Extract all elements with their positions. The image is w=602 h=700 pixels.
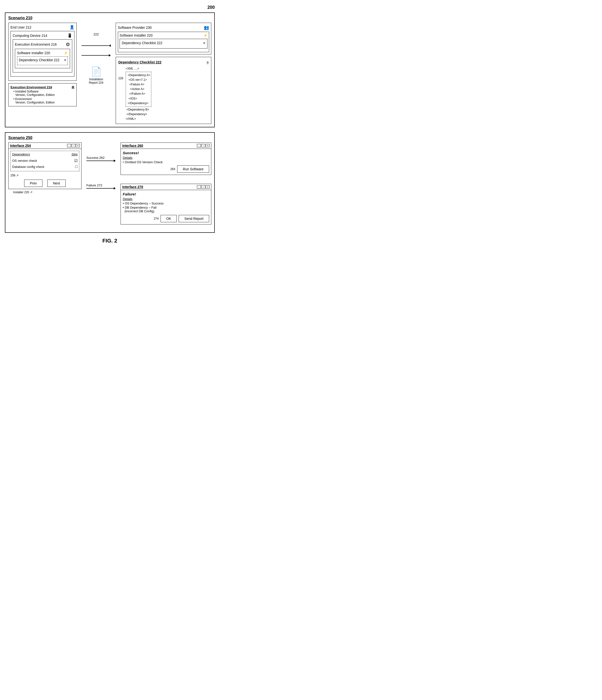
s250-right-inner: Interface 260 _ □ ✕ Success! Details • O…: [121, 143, 211, 229]
dep-table-header: Dependency Skip: [12, 152, 78, 156]
install-report-section: 📄 InstallationReport 224: [89, 66, 103, 84]
dep-a-close: </Dependency>: [127, 101, 150, 106]
arrow-right-section: [81, 54, 111, 57]
exec-env-box: Execution Environment 216 Software Insta…: [13, 39, 72, 72]
list-icon-right: ≡: [203, 41, 205, 45]
win-max-btn[interactable]: □: [72, 144, 75, 147]
scenario-250-box: Scenario 250 Interface 254 _ □ ✕: [5, 132, 215, 233]
exec-bullet-2: • Environment: [14, 97, 74, 101]
s210-middle-section: 222 📄 Insta: [81, 23, 111, 84]
ref-264-label: 264: [170, 167, 175, 171]
device-icon: [67, 33, 72, 38]
details-label-270: Details: [123, 197, 209, 201]
software-provider-label: Software Provider 230: [118, 26, 152, 29]
install-report-label: InstallationReport 224: [89, 78, 103, 84]
win-270-max[interactable]: □: [201, 185, 205, 189]
success-arrow-shaft: [86, 160, 114, 161]
details-item-260-1: • Omitted OS Version Check: [123, 160, 209, 164]
failure-arrow-tip: [114, 187, 116, 190]
success-arrow-tip: [114, 159, 116, 162]
dep-col-header: Dependency: [12, 152, 30, 156]
dep-row-1-checkbox[interactable]: [74, 158, 78, 163]
s250-left-section: Interface 254 _ □ ✕ Dependency Skip: [8, 143, 81, 194]
interface-254-body: Dependency Skip OS version check Databas…: [8, 149, 81, 189]
dep-b-close: </Dependency>: [126, 112, 151, 117]
interface-254-title: Interface 254: [10, 144, 31, 148]
interface-260-titlebar: Interface 260 _ □ ✕: [121, 143, 211, 149]
failure-label: Failure 272: [86, 183, 116, 187]
failure-a-line: <Failure A>: [127, 82, 150, 87]
dep-row-1-label: OS version check: [12, 159, 37, 162]
failure-arrow-section: Failure 272: [86, 183, 116, 190]
interface-254-btn-row: Prev Next: [10, 180, 79, 187]
interface-254-box: Interface 254 _ □ ✕ Dependency Skip: [8, 143, 81, 189]
list-icon-detail: ≡: [207, 59, 209, 65]
end-user-section: End User 212 Computing Device 214 Execut…: [8, 23, 77, 106]
software-provider-box: Software Provider 230 Software Installer…: [116, 23, 211, 54]
software-installer-right-box: Software Installer 220 ⚡ Dependency Chec…: [118, 32, 209, 52]
send-report-button[interactable]: Send Report: [179, 215, 209, 222]
dep-row-2-checkbox[interactable]: [75, 165, 78, 169]
success-status: Success!: [123, 151, 209, 155]
dep-row-1: OS version check: [12, 158, 78, 164]
exec-env-info-title: Execution Environment 216: [10, 85, 52, 89]
details-item-270-1: • OS Dependency – Success: [123, 202, 209, 205]
list-icon-left: ≡: [64, 58, 66, 62]
ref-274-label: 274: [154, 217, 159, 220]
doc-icon: 📄: [89, 66, 103, 77]
user-icon: [70, 25, 74, 29]
next-button[interactable]: Next: [47, 180, 66, 187]
action-a-line: <Action A>: [127, 87, 150, 92]
ref-226-label: 226: [118, 66, 123, 121]
interface-270-titlebar: Interface 270 _ □ ✕: [121, 184, 211, 190]
arrow-tip-left: [109, 44, 111, 47]
ref-222-label: 222: [94, 32, 99, 36]
interface-260-body: Success! Details • Omitted OS Version Ch…: [121, 149, 211, 175]
dep-a-line: <Dependency A>: [127, 73, 150, 78]
end-user-label: End User 212: [10, 25, 31, 29]
computing-device-label: Computing Device 214: [13, 34, 47, 38]
os-line: <OS ver=7.1>: [127, 78, 150, 82]
scenario-210-box: Scenario 210 End User 212 Computing Devi…: [5, 12, 215, 127]
s250-right-section: Interface 260 _ □ ✕ Success! Details • O…: [121, 143, 211, 229]
failure-status: Failure!: [123, 192, 209, 196]
interface-254-titlebar: Interface 254 _ □ ✕: [8, 143, 81, 149]
success-arrow: [86, 159, 116, 162]
win-270-min[interactable]: _: [197, 185, 201, 189]
s250-middle-section: Success 262 Failure 272: [86, 143, 116, 190]
win-260-close[interactable]: ✕: [206, 144, 209, 147]
end-user-box: End User 212 Computing Device 214 Execut…: [8, 23, 77, 81]
interface-270-body: Failure! Details • OS Dependency – Succe…: [121, 190, 211, 224]
scenario-250-title: Scenario 250: [8, 136, 211, 140]
interface-270-title: Interface 270: [122, 185, 143, 189]
xml-close: </XML>: [126, 117, 151, 121]
failure-arrow-shaft: [86, 188, 114, 189]
interface-270-box: Interface 270 _ □ ✕ Failure! Details • O…: [121, 184, 211, 224]
ok-button[interactable]: OK: [160, 215, 177, 222]
win-270-close[interactable]: ✕: [206, 185, 209, 189]
interface-260-box: Interface 260 _ □ ✕ Success! Details • O…: [121, 143, 211, 175]
s210-right-section: Software Provider 230 Software Installer…: [116, 23, 211, 124]
failure-arrow: [86, 187, 116, 190]
fig-caption: FIG. 2: [5, 238, 215, 244]
exec-bullet-2-sub: Version, Configuration, Edition: [16, 101, 74, 104]
dep-checklist-left-label: Dependency Checklist 222: [19, 58, 59, 62]
gear-icon-info: ⚙: [72, 85, 74, 89]
arrow-tip-right: [109, 54, 111, 57]
computing-device-box: Computing Device 214 Execution Environme…: [10, 31, 74, 77]
diagram-number: 200: [5, 5, 215, 10]
exec-bullet-1: • Installed Software: [14, 90, 74, 93]
run-software-button[interactable]: Run Software: [177, 166, 209, 173]
dep-table: Dependency Skip OS version check Databas…: [10, 151, 79, 171]
dep-b-line: <Dependency B>: [126, 107, 151, 112]
win-close-btn[interactable]: ✕: [76, 144, 80, 147]
win-min-btn[interactable]: _: [67, 144, 71, 147]
gear-icon-exec: [66, 42, 70, 47]
installer-220-label: Installer 220 ↗: [13, 191, 81, 194]
prev-button[interactable]: Prev: [24, 180, 43, 187]
dep-row-2-label: Database config check: [12, 165, 44, 169]
interface-270-controls: _ □ ✕: [197, 185, 209, 189]
win-260-max[interactable]: □: [201, 144, 205, 147]
win-260-min[interactable]: _: [197, 144, 201, 147]
success-arrow-section: Success 262: [86, 156, 116, 162]
